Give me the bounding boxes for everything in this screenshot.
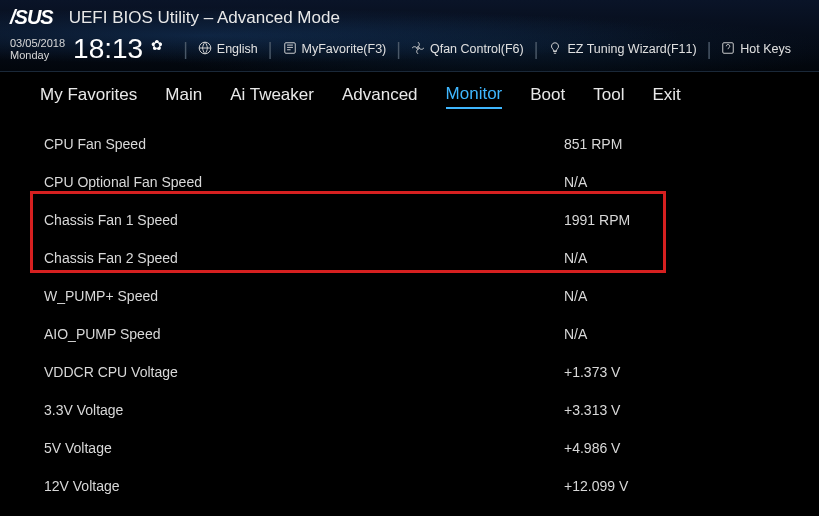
row-label: Chassis Fan 2 Speed <box>44 250 564 266</box>
row-label: 12V Voltage <box>44 478 564 494</box>
row-value: N/A <box>564 288 819 304</box>
tab-main[interactable]: Main <box>165 85 202 108</box>
monitor-row[interactable]: W_PUMP+ Speed N/A <box>0 277 819 315</box>
date-block: 03/05/2018 Monday <box>10 37 65 61</box>
separator: | <box>183 39 188 60</box>
tab-monitor[interactable]: Monitor <box>446 84 503 109</box>
qfan-label: Qfan Control(F6) <box>430 42 524 56</box>
monitor-row[interactable]: CPU Optional Fan Speed N/A <box>0 163 819 201</box>
tab-advanced[interactable]: Advanced <box>342 85 418 108</box>
row-label: 3.3V Voltage <box>44 402 564 418</box>
main-tabs: My Favorites Main Ai Tweaker Advanced Mo… <box>0 72 819 119</box>
row-label: Chassis Fan 1 Speed <box>44 212 564 228</box>
row-value: N/A <box>564 250 819 266</box>
gear-icon[interactable]: ✿ <box>151 37 163 53</box>
tab-ai-tweaker[interactable]: Ai Tweaker <box>230 85 314 108</box>
help-icon <box>721 41 735 58</box>
monitor-content: CPU Fan Speed 851 RPM CPU Optional Fan S… <box>0 119 819 505</box>
tab-my-favorites[interactable]: My Favorites <box>40 85 137 108</box>
tab-boot[interactable]: Boot <box>530 85 565 108</box>
row-value: +3.313 V <box>564 402 819 418</box>
star-icon <box>283 41 297 58</box>
row-label: CPU Fan Speed <box>44 136 564 152</box>
row-label: W_PUMP+ Speed <box>44 288 564 304</box>
monitor-row[interactable]: Chassis Fan 1 Speed 1991 RPM <box>0 201 819 239</box>
row-label: AIO_PUMP Speed <box>44 326 564 342</box>
bios-title: UEFI BIOS Utility – Advanced Mode <box>69 8 340 28</box>
monitor-row[interactable]: VDDCR CPU Voltage +1.373 V <box>0 353 819 391</box>
row-value: 1991 RPM <box>564 212 819 228</box>
language-button[interactable]: English <box>198 41 258 58</box>
date-text: 03/05/2018 <box>10 37 65 49</box>
time-display: 18:13 <box>73 33 143 65</box>
row-label: 5V Voltage <box>44 440 564 456</box>
fan-icon <box>411 41 425 58</box>
row-value: 851 RPM <box>564 136 819 152</box>
monitor-row[interactable]: AIO_PUMP Speed N/A <box>0 315 819 353</box>
separator: | <box>534 39 539 60</box>
tab-tool[interactable]: Tool <box>593 85 624 108</box>
hotkeys-label: Hot Keys <box>740 42 791 56</box>
hotkeys-button[interactable]: Hot Keys <box>721 41 791 58</box>
row-value: +1.373 V <box>564 364 819 380</box>
monitor-row[interactable]: 3.3V Voltage +3.313 V <box>0 391 819 429</box>
row-label: VDDCR CPU Voltage <box>44 364 564 380</box>
row-value: N/A <box>564 174 819 190</box>
qfan-button[interactable]: Qfan Control(F6) <box>411 41 524 58</box>
language-label: English <box>217 42 258 56</box>
row-value: +4.986 V <box>564 440 819 456</box>
monitor-row[interactable]: 5V Voltage +4.986 V <box>0 429 819 467</box>
separator: | <box>396 39 401 60</box>
separator: | <box>707 39 712 60</box>
day-text: Monday <box>10 49 65 61</box>
myfavorite-button[interactable]: MyFavorite(F3) <box>283 41 387 58</box>
row-value: +12.099 V <box>564 478 819 494</box>
row-value: N/A <box>564 326 819 342</box>
monitor-row[interactable]: Chassis Fan 2 Speed N/A <box>0 239 819 277</box>
tab-exit[interactable]: Exit <box>652 85 680 108</box>
svg-rect-1 <box>284 42 295 53</box>
bulb-icon <box>548 41 562 58</box>
asus-logo: /SUS <box>10 6 53 29</box>
monitor-row[interactable]: CPU Fan Speed 851 RPM <box>0 125 819 163</box>
bios-header: /SUS UEFI BIOS Utility – Advanced Mode 0… <box>0 0 819 72</box>
globe-icon <box>198 41 212 58</box>
eztuning-button[interactable]: EZ Tuning Wizard(F11) <box>548 41 696 58</box>
eztuning-label: EZ Tuning Wizard(F11) <box>567 42 696 56</box>
row-label: CPU Optional Fan Speed <box>44 174 564 190</box>
svg-point-2 <box>417 46 419 48</box>
separator: | <box>268 39 273 60</box>
favorite-label: MyFavorite(F3) <box>302 42 387 56</box>
monitor-row[interactable]: 12V Voltage +12.099 V <box>0 467 819 505</box>
